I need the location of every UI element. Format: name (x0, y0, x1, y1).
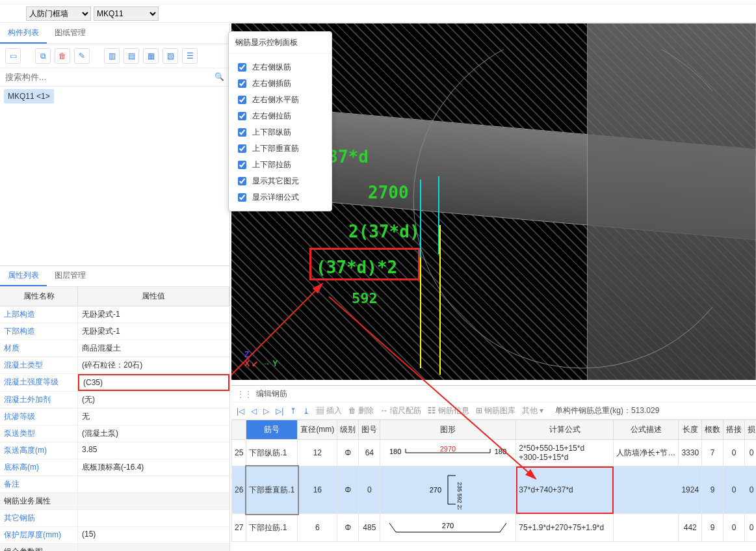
table-cell[interactable]: 7 (702, 440, 723, 466)
export-icon[interactable]: ⤓ (303, 407, 309, 416)
tool-icon-3[interactable]: ▦ (143, 48, 159, 64)
insert-button[interactable]: ▦ 插入 (316, 405, 341, 416)
prop-value[interactable]: 无卧梁式-1 (78, 306, 229, 323)
table-header[interactable]: 级别 (337, 420, 359, 440)
table-cell[interactable]: 0 (745, 440, 756, 466)
display-checkbox[interactable] (238, 63, 246, 72)
tab-property-list[interactable]: 属性列表 (0, 266, 47, 286)
table-cell[interactable]: 485 (359, 514, 380, 542)
rename-icon[interactable]: ✎ (74, 48, 90, 64)
shape-cell[interactable]: 270235 592 226. (380, 466, 516, 514)
table-cell[interactable]: 64 (359, 440, 380, 466)
prop-value[interactable]: 无 (78, 409, 229, 425)
prop-value[interactable]: (C35) (78, 374, 229, 391)
prop-value[interactable]: 3.85 (78, 442, 229, 459)
display-option[interactable]: 上下部垂直筋 (235, 141, 325, 157)
prop-value[interactable] (78, 510, 229, 526)
table-header[interactable]: 根数 (702, 420, 723, 440)
prop-row[interactable]: 保护层厚度(mm)(15) (0, 527, 229, 544)
table-cell[interactable] (614, 514, 679, 542)
first-icon[interactable]: |◁ (237, 407, 244, 416)
display-checkbox[interactable] (238, 177, 246, 185)
table-header[interactable]: 筋号 (246, 420, 298, 440)
display-option[interactable]: 左右侧水平筋 (235, 92, 325, 108)
last-icon[interactable]: ▷| (276, 407, 283, 416)
table-row[interactable]: 25下部纵筋.112Φ6418029701802*50+550-15+15*d+… (232, 440, 757, 466)
table-cell[interactable]: 9 (702, 466, 723, 514)
table-cell[interactable]: 2*50+550-15+15*d+300-15+15*d (516, 440, 614, 466)
tab-layer-manage[interactable]: 图层管理 (47, 266, 94, 286)
component-type-select[interactable]: 人防门框墙 (26, 7, 91, 21)
prop-row[interactable]: 材质商品混凝土 (0, 340, 229, 357)
prop-value[interactable]: 底板顶标高(-16.4) (78, 459, 229, 476)
prop-row[interactable]: 混凝土外加剂(无) (0, 392, 229, 409)
table-cell[interactable]: 下部拉筋.1 (246, 514, 298, 542)
shape-cell[interactable]: 1802970180 (380, 440, 516, 466)
display-checkbox[interactable] (238, 79, 246, 88)
table-header[interactable]: 计算公式 (516, 420, 614, 440)
prop-row[interactable]: 上部构造无卧梁式-1 (0, 306, 229, 323)
table-cell[interactable]: Φ (337, 466, 359, 514)
table-cell[interactable]: 0 (745, 466, 756, 514)
table-cell[interactable]: 12 (298, 440, 337, 466)
other-button[interactable]: 其他 ▾ (522, 405, 543, 416)
prop-value[interactable]: 无卧梁式-1 (78, 323, 229, 340)
prop-row[interactable]: 底标高(m)底板顶标高(-16.4) (0, 459, 229, 476)
search-icon[interactable]: 🔍 (215, 72, 224, 81)
display-option[interactable]: 上下部纵筋 (235, 124, 325, 141)
table-header[interactable]: 搭接 (723, 420, 745, 440)
table-cell[interactable]: 9 (702, 514, 723, 542)
prop-row[interactable]: 混凝土强度等级(C35) (0, 374, 229, 392)
table-cell[interactable]: 6 (298, 514, 337, 542)
table-cell[interactable]: 下部垂直筋.1 (246, 466, 298, 514)
display-option[interactable]: 左右侧插筋 (235, 75, 325, 92)
prop-value[interactable]: (无) (78, 392, 229, 408)
table-cell[interactable]: 1924 (679, 466, 702, 514)
rebar-display-panel[interactable]: 钢筋显示控制面板 左右侧纵筋左右侧插筋左右侧水平筋左右侧拉筋上下部纵筋上下部垂直… (228, 31, 332, 211)
display-option[interactable]: 显示详细公式 (235, 189, 325, 206)
prop-row[interactable]: 泵送类型(混凝土泵) (0, 425, 229, 442)
new-icon[interactable]: ▭ (5, 48, 21, 64)
prop-value[interactable]: (混凝土泵) (78, 425, 229, 442)
table-row[interactable]: 26下部垂直筋.116Φ0270235 592 226.37*d+740+37*… (232, 466, 757, 514)
table-cell[interactable]: 0 (745, 514, 756, 542)
table-cell[interactable]: Φ (337, 440, 359, 466)
table-cell[interactable]: 75+1.9*d+270+75+1.9*d (516, 514, 614, 542)
copy-icon[interactable]: ⧉ (35, 48, 51, 64)
tab-component-list[interactable]: 构件列表 (0, 23, 47, 44)
table-cell[interactable]: 25 (232, 440, 246, 466)
prop-row[interactable]: 下部构造无卧梁式-1 (0, 323, 229, 340)
prop-value[interactable] (78, 493, 229, 509)
table-cell[interactable]: 442 (679, 514, 702, 542)
drag-handle-icon[interactable]: ⋮⋮ (237, 390, 252, 399)
search-input[interactable] (0, 68, 229, 86)
delete-icon[interactable]: 🗑 (55, 48, 70, 64)
tool-icon-1[interactable]: ▥ (104, 48, 120, 64)
table-cell[interactable] (614, 466, 679, 514)
rebar-table[interactable]: 筋号直径(mm)级别图号图形计算公式公式描述长度根数搭接损 25下部纵筋.112… (231, 420, 756, 542)
tool-icon-4[interactable]: ▧ (163, 48, 178, 64)
display-checkbox[interactable] (238, 128, 246, 137)
component-name-select[interactable]: MKQ11 (94, 7, 159, 21)
display-checkbox[interactable] (238, 96, 246, 104)
prop-row[interactable]: 组合参数图 (0, 544, 229, 551)
table-cell[interactable]: 人防墙净长+节… (614, 440, 679, 466)
table-header[interactable]: 损 (745, 420, 756, 440)
import-icon[interactable]: ⤒ (290, 407, 296, 416)
next-icon[interactable]: ▷ (263, 407, 269, 416)
component-list-item[interactable]: MKQ11 <1> (4, 89, 54, 103)
table-header[interactable]: 图号 (359, 420, 380, 440)
table-header[interactable]: 长度 (679, 420, 702, 440)
table-header[interactable] (232, 420, 246, 440)
lib-button[interactable]: ⊞ 钢筋图库 (476, 405, 515, 416)
delete-button[interactable]: 🗑 删除 (348, 405, 374, 416)
prop-row[interactable]: 抗渗等级无 (0, 409, 229, 425)
tab-drawing-manage[interactable]: 图纸管理 (47, 23, 94, 44)
display-checkbox[interactable] (238, 161, 246, 169)
prop-row[interactable]: 其它钢筋 (0, 510, 229, 527)
prop-value[interactable]: (碎石粒径：20石) (78, 357, 229, 373)
table-cell[interactable]: 0 (723, 514, 745, 542)
prop-row[interactable]: 泵送高度(m)3.85 (0, 442, 229, 459)
display-option[interactable]: 显示其它图元 (235, 173, 325, 189)
table-cell[interactable]: 37*d+740+37*d (516, 466, 614, 514)
